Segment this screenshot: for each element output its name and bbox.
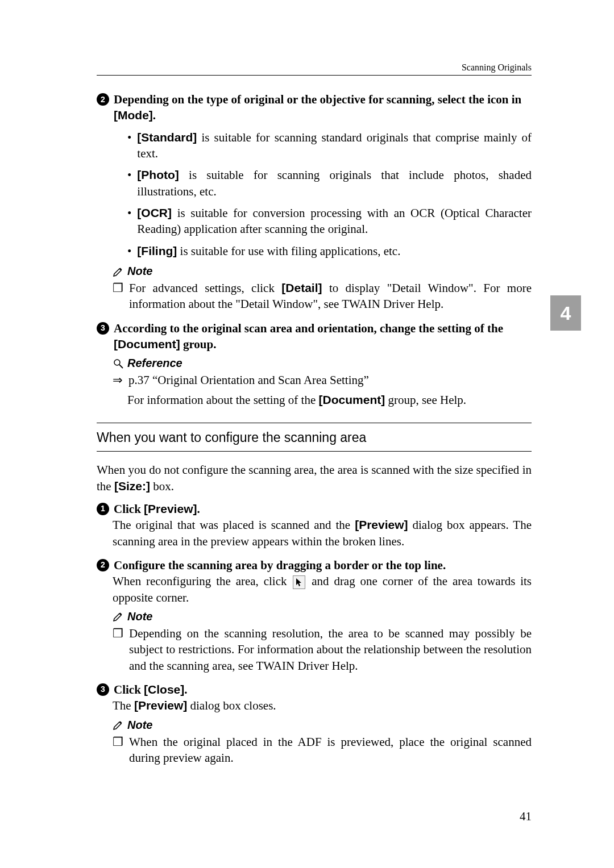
step-number-3b: 3 — [97, 683, 109, 696]
bullet-text: [OCR] is suitable for conversion process… — [137, 205, 532, 237]
bullet-dot: • — [127, 205, 131, 237]
note-text: For advanced settings, click [Detail] to… — [129, 280, 532, 312]
divider — [97, 451, 532, 452]
note-label: Note — [113, 265, 532, 278]
substep-1-text: Click [Preview]. — [114, 501, 200, 517]
pencil-icon — [113, 266, 124, 277]
step-2: 2 Depending on the type of original or t… — [97, 91, 532, 312]
checkbox-icon: ❒ — [113, 280, 123, 312]
substep-2-text: Configure the scanning area by dragging … — [114, 557, 446, 573]
note-text: When the original placed in the ADF is p… — [129, 734, 532, 766]
note-text: Depending on the scanning resolution, th… — [129, 625, 532, 674]
note-label: Note — [113, 719, 532, 732]
step-number-2b: 2 — [97, 559, 109, 571]
subsection-heading: When you want to configure the scanning … — [97, 423, 532, 451]
substep-3-body: The [Preview] dialog box closes. — [113, 698, 532, 713]
svg-point-0 — [114, 360, 120, 365]
reference-text: For information about the setting of the… — [127, 392, 532, 408]
note-block: Note ❒ Depending on the scanning resolut… — [113, 610, 532, 674]
substep-3-text: Click [Close]. — [114, 682, 188, 698]
substep-3: 3 Click [Close]. The [Preview] dialog bo… — [97, 682, 532, 766]
reference-block: Reference ⇒ p.37 “Original Orientation a… — [113, 357, 532, 408]
cursor-icon — [293, 575, 305, 589]
checkbox-icon: ❒ — [113, 734, 123, 766]
bullet-dot: • — [127, 167, 131, 199]
running-header: Scanning Originals — [97, 62, 532, 76]
step-number-1: 1 — [97, 503, 109, 515]
checkbox-icon: ❒ — [113, 625, 123, 674]
step-2-bullets: •[Standard] is suitable for scanning sta… — [127, 130, 532, 259]
pencil-icon — [113, 719, 124, 731]
page-number: 41 — [520, 809, 532, 824]
step-number-2: 2 — [97, 93, 109, 106]
intro-paragraph: When you do not configure the scanning a… — [97, 462, 532, 494]
bullet-text: [Filing] is suitable for use with filing… — [137, 243, 400, 259]
substep-1-body: The original that was placed is scanned … — [113, 517, 532, 549]
chapter-tab: 4 — [550, 295, 581, 331]
magnifier-icon — [113, 358, 124, 369]
note-block: Note ❒ For advanced settings, click [Det… — [113, 265, 532, 312]
step-2-text: Depending on the type of original or the… — [114, 91, 532, 124]
substep-1: 1 Click [Preview]. The original that was… — [97, 501, 532, 549]
bullet-dot: • — [127, 130, 131, 162]
svg-line-1 — [119, 365, 123, 368]
note-label: Note — [113, 610, 532, 623]
step-number-3: 3 — [97, 322, 109, 335]
note-block: Note ❒ When the original placed in the A… — [113, 719, 532, 766]
bullet-text: [Standard] is suitable for scanning stan… — [137, 130, 532, 162]
reference-label: Reference — [113, 357, 532, 370]
step-3: 3 According to the original scan area an… — [97, 320, 532, 408]
substep-2-body: When reconfiguring the area, click and d… — [113, 573, 532, 606]
step-3-text: According to the original scan area and … — [114, 320, 532, 353]
substep-2: 2 Configure the scanning area by draggin… — [97, 557, 532, 674]
arrow-icon: ⇒ — [113, 372, 123, 388]
bullet-text: [Photo] is suitable for scanning origina… — [137, 167, 532, 199]
pencil-icon — [113, 611, 124, 622]
bullet-dot: • — [127, 243, 131, 259]
reference-link: p.37 “Original Orientation and Scan Area… — [128, 372, 369, 388]
